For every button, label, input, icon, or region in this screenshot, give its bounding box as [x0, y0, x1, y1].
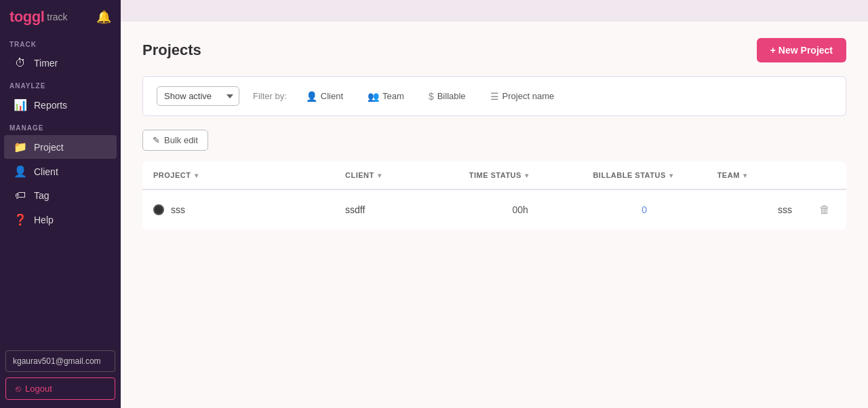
top-bar	[121, 0, 868, 22]
time-value: 00h	[512, 204, 528, 215]
time-sort-arrow: ▾	[525, 172, 529, 179]
timer-icon: ⏱	[14, 57, 27, 69]
sidebar-item-reports-label: Reports	[34, 100, 67, 111]
filter-team[interactable]: 👥 Team	[362, 88, 410, 105]
help-icon: ❓	[14, 213, 27, 226]
sidebar-item-help-label: Help	[34, 215, 54, 225]
billable-filter-icon: $	[429, 91, 434, 102]
table-body: sss ssdff 00h 0 sss	[142, 189, 846, 229]
bulk-edit-button[interactable]: ✎ Bulk edit	[142, 130, 208, 151]
user-email-box: kgaurav501@gmail.com	[5, 350, 115, 372]
sidebar-item-tag-label: Tag	[34, 190, 50, 201]
sidebar-item-tag[interactable]: 🏷 Tag	[4, 184, 117, 207]
project-icon: 📁	[14, 141, 27, 153]
billable-sort-arrow: ▾	[669, 172, 673, 179]
reports-icon: 📊	[14, 98, 27, 111]
sidebar-item-timer-label: Timer	[34, 58, 58, 69]
project-name: sss	[171, 204, 185, 215]
delete-project-button[interactable]: 🗑	[814, 201, 835, 219]
cell-team: sss	[707, 189, 803, 229]
team-filter-icon: 👥	[368, 91, 379, 102]
filter-project-name-label: Project name	[502, 91, 555, 101]
sidebar: toggl track 🔔 TRACK ⏱ Timer ANAYLZE 📊 Re…	[0, 0, 121, 408]
table-header-row: PROJECT ▾ CLIENT ▾ TIME STATUS ▾ BILLABL…	[142, 162, 846, 189]
col-header-client[interactable]: CLIENT ▾	[334, 162, 458, 189]
filter-billable-label: Billable	[437, 91, 466, 101]
cell-project: sss	[142, 189, 334, 229]
col-header-team[interactable]: TEAM ▾	[707, 162, 803, 189]
sidebar-item-client-label: Client	[34, 166, 58, 177]
client-filter-icon: 👤	[306, 91, 317, 102]
sidebar-item-project-label: Project	[34, 142, 64, 153]
bulk-edit-label: Bulk edit	[164, 135, 198, 145]
projects-table: PROJECT ▾ CLIENT ▾ TIME STATUS ▾ BILLABL…	[142, 162, 846, 229]
cell-time: 00h	[458, 189, 583, 229]
client-value: ssdff	[345, 204, 365, 215]
sidebar-item-client[interactable]: 👤 Client	[4, 160, 117, 183]
col-header-project[interactable]: PROJECT ▾	[142, 162, 334, 189]
sidebar-item-help[interactable]: ❓ Help	[4, 208, 117, 231]
col-header-time[interactable]: TIME STATUS ▾	[458, 162, 583, 189]
user-email: kgaurav501@gmail.com	[13, 356, 101, 366]
bell-icon[interactable]: 🔔	[96, 10, 111, 24]
filter-client-label: Client	[321, 91, 343, 101]
section-label-analyze: ANAYLZE	[0, 75, 121, 92]
project-color-dot	[153, 204, 164, 215]
bulk-edit-icon: ✎	[153, 135, 160, 145]
filter-billable[interactable]: $ Billable	[423, 88, 471, 105]
show-active-select[interactable]: Show active Show archived Show all	[157, 86, 239, 106]
sidebar-section-track: TRACK ⏱ Timer	[0, 34, 121, 75]
filter-project-name[interactable]: ☰ Project name	[485, 88, 560, 105]
sidebar-header: toggl track 🔔	[0, 0, 121, 34]
filter-team-label: Team	[382, 91, 404, 101]
col-header-actions	[803, 162, 846, 189]
main-content: Projects + New Project Show active Show …	[121, 0, 868, 408]
project-cell: sss	[153, 204, 323, 215]
billable-value: 0	[642, 204, 647, 215]
sidebar-section-manage: MANAGE 📁 Project 👤 Client 🏷 Tag ❓ Help	[0, 117, 121, 232]
sidebar-item-reports[interactable]: 📊 Reports	[4, 93, 117, 117]
col-header-billable[interactable]: BILLABLE STATUS ▾	[582, 162, 706, 189]
sidebar-item-timer[interactable]: ⏱ Timer	[4, 52, 117, 75]
new-project-button[interactable]: + New Project	[757, 38, 846, 62]
logout-icon: ⎋	[16, 384, 21, 394]
table-row: sss ssdff 00h 0 sss	[142, 189, 846, 229]
logout-button[interactable]: ⎋ Logout	[5, 377, 115, 400]
logo-main: toggl	[9, 8, 44, 26]
cell-client: ssdff	[334, 189, 458, 229]
client-icon: 👤	[14, 165, 27, 178]
team-value: sss	[778, 204, 792, 215]
logo-sub: track	[47, 12, 67, 22]
team-sort-arrow: ▾	[743, 172, 747, 179]
project-sort-arrow: ▾	[195, 172, 199, 179]
filter-bar: Show active Show archived Show all Filte…	[142, 76, 846, 116]
filter-client[interactable]: 👤 Client	[300, 88, 349, 105]
page-title: Projects	[142, 41, 201, 59]
filter-by-label: Filter by:	[253, 91, 287, 101]
table-header: PROJECT ▾ CLIENT ▾ TIME STATUS ▾ BILLABL…	[142, 162, 846, 189]
project-name-filter-icon: ☰	[490, 91, 499, 102]
cell-billable: 0	[582, 189, 706, 229]
content-area: Projects + New Project Show active Show …	[121, 22, 868, 246]
page-header: Projects + New Project	[142, 38, 846, 62]
client-sort-arrow: ▾	[378, 172, 382, 179]
section-label-manage: MANAGE	[0, 117, 121, 134]
cell-actions: 🗑	[803, 189, 846, 229]
sidebar-section-analyze: ANAYLZE 📊 Reports	[0, 75, 121, 117]
tag-icon: 🏷	[14, 189, 27, 202]
logout-label: Logout	[25, 384, 52, 394]
section-label-track: TRACK	[0, 34, 121, 51]
sidebar-item-project[interactable]: 📁 Project	[4, 135, 117, 159]
